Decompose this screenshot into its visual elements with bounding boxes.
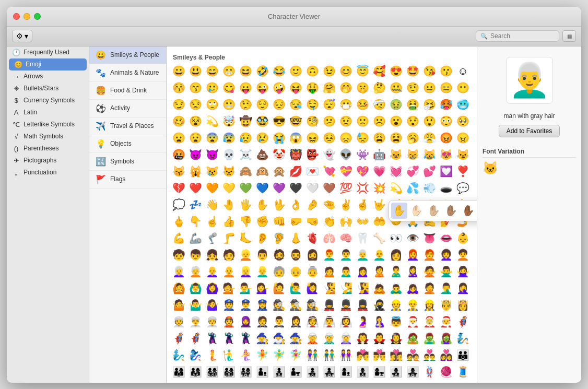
emoji-cell[interactable]: 🙍‍♂️ [338,264,354,280]
emoji-cell[interactable]: 🥵 [438,97,454,113]
emoji-cell[interactable]: 🧜‍♂️ [221,347,237,363]
emoji-cell[interactable]: 🙆‍♀️ [204,280,220,297]
emoji-cell[interactable]: 🧠 [338,230,354,246]
font-variation-emoji[interactable]: 🐱 [483,161,498,175]
emoji-cell[interactable]: 🥶 [455,97,471,113]
sidebar-item-pictographs[interactable]: ✈Pictographs [7,155,89,167]
emoji-cell[interactable]: 😞 [338,130,354,146]
emoji-cell[interactable]: 💪 [171,230,187,246]
emoji-cell[interactable]: 😳 [438,113,454,129]
emoji-cell[interactable]: 🧏‍♂️ [338,280,354,297]
emoji-cell[interactable]: 👨‍👧 [288,364,304,380]
emoji-cell[interactable]: 👚 [238,381,254,383]
emoji-cell[interactable]: 😗 [438,63,454,79]
emoji-cell[interactable]: 🦶 [238,230,254,246]
emoji-cell[interactable]: 💙 [254,180,271,196]
emoji-cell[interactable]: 👅 [421,230,438,246]
emoji-cell[interactable]: 😫 [388,130,404,146]
emoji-cell[interactable]: 🧔‍♀️ [304,247,321,263]
emoji-cell[interactable]: 👿 [204,147,220,163]
emoji-cell[interactable]: 👩‍👦‍👦 [355,364,371,380]
emoji-cell[interactable]: 🙅‍♂️ [438,264,454,280]
emoji-cell[interactable]: 😠 [455,130,471,146]
emoji-cell[interactable]: 💋 [288,163,304,180]
emoji-cell[interactable]: 🙁 [355,113,371,129]
emoji-cell[interactable]: 👖 [271,381,287,383]
sidebar-item-latin[interactable]: ALatin [7,107,89,119]
emoji-cell[interactable]: 👐 [355,214,371,230]
emoji-cell[interactable]: 😜 [254,80,271,96]
emoji-cell[interactable]: 🤵‍♀️ [288,314,304,330]
emoji-cell[interactable]: 🧑 [221,247,237,263]
emoji-cell[interactable]: 💗 [371,163,387,180]
emoji-cell[interactable]: 😂 [271,63,287,79]
emoji-cell[interactable]: 😖 [304,130,321,146]
emoji-cell[interactable]: 👢 [438,381,454,383]
emoji-cell[interactable]: 💢 [355,180,371,196]
emoji-cell[interactable]: 😶 [455,80,471,96]
emoji-cell[interactable]: 👨‍👧‍👧 [321,364,337,380]
emoji-cell[interactable]: 🦷 [355,230,371,246]
emoji-cell[interactable]: 😬 [221,97,237,113]
emoji-cell[interactable]: 😙 [187,80,204,96]
emoji-cell[interactable]: 🧚‍♂️ [271,347,287,363]
emoji-cell[interactable]: 💦 [405,180,421,196]
emoji-cell[interactable]: 👌 [288,197,304,213]
emoji-cell[interactable]: 🧟 [405,331,421,347]
emoji-cell[interactable]: 💌 [304,163,321,180]
emoji-cell[interactable]: 🫁 [321,230,337,246]
emoji-cell[interactable]: 🦿 [204,230,220,246]
emoji-cell[interactable]: 🤏 [321,197,337,213]
emoji-cell[interactable]: 😆 [238,63,254,79]
emoji-cell[interactable]: 🦹‍♂️ [221,331,237,347]
emoji-cell[interactable]: 🥻 [355,381,371,383]
emoji-cell[interactable]: 🤵 [254,314,271,330]
emoji-cell[interactable]: 🤒 [355,97,371,113]
emoji-cell[interactable]: 🤦‍♂️ [438,280,454,297]
emoji-cell[interactable]: ✌️ [338,197,354,213]
emoji-cell[interactable]: 👺 [304,147,321,163]
middle-panel-item[interactable]: 🍔Food & Drink [89,82,166,100]
emoji-cell[interactable]: 🩳 [304,381,321,383]
emoji-cell[interactable]: 💘 [321,163,337,180]
emoji-cell[interactable]: 😲 [421,113,438,129]
emoji-cell[interactable]: 👹 [288,147,304,163]
emoji-cell[interactable]: 👩‍👦 [338,364,354,380]
emoji-cell[interactable]: 💁‍♀️ [254,280,271,297]
emoji-cell[interactable]: 👩 [388,247,404,263]
emoji-cell[interactable]: 🤷‍♀️ [204,297,220,313]
emoji-cell[interactable]: ☹️ [371,113,387,129]
emoji-cell[interactable]: 😪 [288,97,304,113]
emoji-cell[interactable]: 🤍 [304,180,321,196]
emoji-cell[interactable]: 🙎‍♂️ [388,264,404,280]
emoji-cell[interactable]: 😝 [288,80,304,96]
emoji-cell[interactable]: 💁‍♂️ [238,280,254,297]
sidebar-item-bullets[interactable]: ✳Bullets/Stars [7,82,89,95]
emoji-cell[interactable]: 👘 [338,381,354,383]
emoji-cell[interactable]: 👨‍🦱 [338,247,354,263]
emoji-cell[interactable]: 👾 [355,147,371,163]
emoji-cell[interactable]: 😥 [238,130,254,146]
emoji-cell[interactable]: 🙆 [171,280,187,297]
emoji-cell[interactable]: 🙀 [187,163,204,180]
emoji-cell[interactable]: 🕵️‍♂️ [288,297,304,313]
emoji-cell[interactable]: 👩‍❤️‍👩 [438,347,454,363]
emoji-cell[interactable]: 🧑‍🦰 [421,247,438,263]
emoji-cell[interactable]: 😿 [204,163,220,180]
emoji-cell[interactable]: 👁️ [405,230,421,246]
skin-tone-option[interactable]: ✋🏻 [408,203,425,219]
emoji-cell[interactable]: 🧑‍🦳 [187,264,204,280]
middle-panel-item[interactable]: 🐾Animals & Nature [89,64,166,82]
emoji-cell[interactable]: 💖 [355,163,371,180]
emoji-cell[interactable]: 😱 [288,130,304,146]
emoji-cell[interactable]: 🦹 [204,331,220,347]
emoji-cell[interactable]: 👵 [304,264,321,280]
emoji-cell[interactable]: 👩‍🦲 [204,264,220,280]
emoji-cell[interactable]: 😽 [171,163,187,180]
emoji-cell[interactable]: 😈 [187,147,204,163]
emoji-cell[interactable]: 👷‍♂️ [405,297,421,313]
middle-panel-item[interactable]: 🚩Flags [89,171,166,188]
emoji-cell[interactable]: 👸 [455,297,471,313]
emoji-cell[interactable]: 👩‍🦱 [438,247,454,263]
emoji-cell[interactable]: 🤟 [371,197,387,213]
